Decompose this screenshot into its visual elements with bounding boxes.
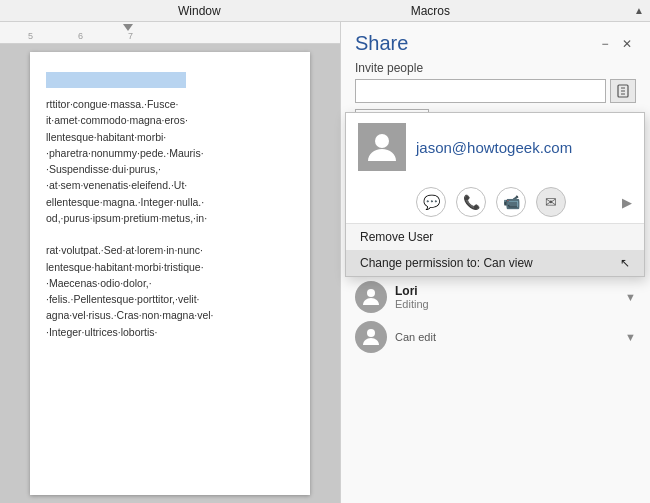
popup-more-icon[interactable]: ▶ — [622, 195, 632, 210]
lori-status: Editing — [395, 298, 617, 310]
doc-highlight — [46, 72, 186, 88]
popup-avatar-icon — [364, 129, 400, 165]
share-header-icons: − ✕ — [596, 35, 636, 53]
popup-chat-button[interactable]: 💬 — [416, 187, 446, 217]
lori-chevron-icon[interactable]: ▼ — [625, 291, 636, 303]
lori-avatar-icon — [359, 285, 383, 309]
collaborator-jason: Can edit ▼ jason@howtogeek. — [355, 317, 636, 357]
doc-line-7: ellentesque·magna.·Integer·nulla.· — [46, 196, 204, 208]
doc-line-1: rttitor·congue·massa.·Fusce· — [46, 98, 178, 110]
doc-line-11: ·Maecenas·odio·dolor,· — [46, 277, 152, 289]
collaborator-lori: Lori Editing ▼ — [355, 277, 636, 317]
doc-line-6: ·at·sem·venenatis·eleifend.·Ut· — [46, 179, 187, 191]
popup-header: jason@howtogeek.com — [346, 113, 644, 181]
svg-point-5 — [367, 329, 375, 337]
ruler-mark-6: 6 — [78, 31, 83, 41]
mouse-cursor-icon: ↖ — [620, 256, 630, 270]
doc-line-12: ·felis.·Pellentesque·porttitor,·velit· — [46, 293, 200, 305]
popup-email: jason@howtogeek.com — [416, 139, 572, 156]
doc-line-3: llentesque·habitant·morbi· — [46, 131, 166, 143]
ruler-triangle-icon — [123, 24, 133, 31]
popup-email-button[interactable]: ✉ — [536, 187, 566, 217]
jason-avatar — [355, 321, 387, 353]
ruler: 5 6 7 — [0, 22, 340, 44]
doc-line-14: ·Integer·ultrices·lobortis· — [46, 326, 157, 338]
invite-label: Invite people — [355, 61, 636, 75]
lori-name: Lori — [395, 284, 617, 298]
jason-info: Can edit — [395, 331, 617, 343]
menu-bar: Window Macros ▲ — [0, 0, 650, 22]
ruler-mark-5: 5 — [28, 31, 33, 41]
jason-avatar-icon — [359, 325, 383, 349]
svg-point-4 — [367, 289, 375, 297]
address-book-button[interactable] — [610, 79, 636, 103]
lori-info: Lori Editing — [395, 284, 617, 310]
doc-line-10: lentesque·habitant·morbi·tristique· — [46, 261, 204, 273]
popup-avatar — [358, 123, 406, 171]
jason-permission: Can edit — [395, 331, 617, 343]
doc-line-2: it·amet·commodo·magna·eros· — [46, 114, 188, 126]
popup-change-permission-item[interactable]: Change permission to: Can view ↖ — [346, 250, 644, 276]
doc-line-9: rat·volutpat.·Sed·at·lorem·in·nunc· — [46, 244, 203, 256]
doc-text: rttitor·congue·massa.·Fusce· it·amet·com… — [46, 96, 294, 340]
share-panel-header: Share − ✕ — [341, 22, 650, 61]
share-close-button[interactable]: ✕ — [618, 35, 636, 53]
share-body: Invite people Can edit ▼ — [341, 61, 650, 503]
popup-change-permission-label: Change permission to: Can view — [360, 256, 533, 270]
doc-line-8: od,·purus·ipsum·pretium·metus,·in· — [46, 212, 207, 224]
ruler-marks: 5 6 7 — [8, 22, 332, 43]
lori-avatar — [355, 281, 387, 313]
jason-chevron-icon[interactable]: ▼ — [625, 331, 636, 343]
popup-actions: 💬 📞 📹 ✉ ▶ — [346, 181, 644, 224]
doc-line-5: ·Suspendisse·dui·purus,· — [46, 163, 161, 175]
svg-point-6 — [375, 134, 389, 148]
jason-popup: jason@howtogeek.com 💬 📞 📹 ✉ ▶ Remove Use… — [345, 112, 645, 277]
doc-page: rttitor·congue·massa.·Fusce· it·amet·com… — [30, 52, 310, 495]
share-collapse-button[interactable]: − — [596, 35, 614, 53]
popup-remove-user-item[interactable]: Remove User — [346, 224, 644, 250]
collaborators-list: Lori Editing ▼ Can edit — [355, 277, 636, 357]
doc-line-13: agna·vel·risus.·Cras·non·magna·vel· — [46, 309, 214, 321]
document-area: 5 6 7 rttitor·congue·massa.·Fusce· it·am… — [0, 22, 340, 503]
address-book-icon — [616, 84, 630, 98]
share-title: Share — [355, 32, 408, 55]
menu-collapse-icon[interactable]: ▲ — [628, 0, 650, 22]
ruler-mark-7: 7 — [128, 31, 133, 41]
invite-input-row — [355, 79, 636, 103]
menu-window[interactable]: Window — [166, 2, 233, 20]
doc-line-4: ·pharetra·nonummy·pede.·Mauris· — [46, 147, 204, 159]
doc-page-wrapper: rttitor·congue·massa.·Fusce· it·amet·com… — [0, 44, 340, 503]
popup-menu: Remove User Change permission to: Can vi… — [346, 224, 644, 276]
menu-macros[interactable]: Macros — [399, 2, 462, 20]
share-panel: Share − ✕ Invite people — [340, 22, 650, 503]
popup-video-button[interactable]: 📹 — [496, 187, 526, 217]
main-area: 5 6 7 rttitor·congue·massa.·Fusce· it·am… — [0, 22, 650, 503]
invite-input[interactable] — [355, 79, 606, 103]
popup-phone-button[interactable]: 📞 — [456, 187, 486, 217]
